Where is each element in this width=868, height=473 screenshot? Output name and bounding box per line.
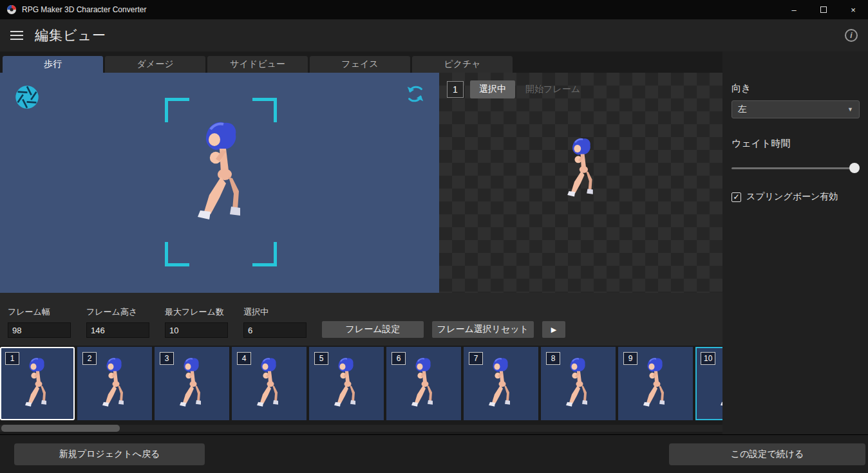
tab-picture[interactable]: ピクチャ (412, 56, 513, 73)
frame-controls: フレーム幅 フレーム高さ 最大フレーム数 選択中 フレーム設定 フレーム選択リセ… (0, 293, 722, 346)
character-sprite (485, 357, 517, 416)
close-button[interactable]: × (838, 0, 868, 19)
thumbnail-frame[interactable]: 9 (618, 347, 693, 420)
frame-badge: 9 (623, 352, 637, 365)
frame-badge: 3 (160, 352, 174, 365)
h-scrollbar (0, 422, 722, 434)
direction-value: 左 (738, 104, 747, 115)
frame-badge: 6 (392, 352, 406, 365)
springbone-label: スプリングボーン有効 (746, 191, 838, 203)
rotate-refresh-icon[interactable] (404, 83, 426, 105)
filmstrip: 1 2 3 4 5 6 7 (0, 346, 722, 422)
frame-badge: 7 (469, 352, 483, 365)
start-frame-label[interactable]: 開始フレーム (525, 84, 580, 95)
frame-badge: 4 (237, 352, 251, 365)
character-sprite (562, 357, 594, 416)
character-sprite (253, 357, 285, 416)
camera-aperture-icon[interactable] (14, 84, 40, 110)
tab-walk[interactable]: 歩行 (3, 56, 103, 73)
back-button[interactable]: 新規プロジェクトへ戻る (14, 443, 205, 465)
selected-frame-input[interactable] (243, 322, 307, 338)
character-sprite (330, 357, 363, 416)
frame-width-input[interactable] (8, 322, 71, 338)
chevron-down-icon: ▼ (847, 106, 853, 113)
scrollbar-track[interactable] (0, 425, 722, 432)
frame-badge: 1 (5, 352, 19, 365)
character-sprite (190, 119, 254, 237)
frame-badge: 5 (314, 352, 328, 365)
field-frame-height: フレーム高さ (86, 306, 149, 338)
tab-bar: 歩行 ダメージ サイドビュー フェイス ピクチャ (0, 51, 722, 73)
direction-label: 向き (731, 82, 860, 95)
springbone-row: ✓ スプリングボーン有効 (731, 191, 860, 203)
thumbnail-frame[interactable]: 2 (77, 347, 152, 420)
scrollbar-thumb[interactable] (1, 425, 120, 432)
frame-reset-button[interactable]: フレーム選択リセット (432, 321, 534, 338)
thumbnail-frame[interactable]: 1 (0, 347, 75, 420)
character-sprite (639, 357, 672, 416)
footer-bar: 新規プロジェクトへ戻る この設定で続ける (0, 434, 868, 473)
character-sprite (563, 136, 601, 208)
frame-height-input[interactable] (86, 322, 149, 338)
crop-corner-top-left[interactable] (165, 98, 189, 122)
page-title: 編集ビュー (35, 26, 106, 44)
thumbnail-frame[interactable]: 4 (232, 347, 307, 420)
crop-corner-bottom-left[interactable] (165, 242, 189, 266)
thumbnail-frame[interactable]: 3 (155, 347, 229, 420)
selected-frame-label: 選択中 (243, 306, 307, 318)
thumbnail-frame[interactable]: 8 (541, 347, 616, 420)
minimize-button[interactable]: – (779, 0, 809, 19)
field-selected-frame: 選択中 (243, 306, 307, 338)
preview-canvas[interactable] (0, 73, 439, 293)
slider-knob[interactable] (849, 163, 860, 173)
thumbnail-frame[interactable]: 6 (386, 347, 461, 420)
character-sprite (717, 357, 722, 416)
wait-time-label: ウェイト時間 (731, 138, 860, 150)
play-button[interactable]: ▶ (542, 321, 565, 338)
title-bar: RPG Maker 3D Character Converter – × (0, 0, 868, 19)
info-icon[interactable]: i (845, 29, 858, 42)
tab-sideview[interactable]: サイドビュー (207, 56, 308, 73)
frame-badge: 2 (82, 352, 97, 365)
character-sprite (176, 357, 208, 416)
max-frames-label: 最大フレーム数 (165, 306, 228, 318)
frame-canvas[interactable]: 1 選択中 開始フレーム (439, 73, 722, 293)
app-icon (6, 5, 17, 15)
springbone-checkbox[interactable]: ✓ (731, 192, 741, 202)
field-max-frames: 最大フレーム数 (165, 306, 228, 338)
character-sprite (21, 357, 53, 416)
wait-time-slider[interactable] (731, 163, 860, 173)
continue-button[interactable]: この設定で続ける (669, 443, 865, 465)
frame-badge: 8 (546, 352, 560, 365)
crop-corner-bottom-right[interactable] (252, 242, 277, 266)
frame-settings-button[interactable]: フレーム設定 (322, 321, 424, 338)
slider-track[interactable] (731, 167, 857, 169)
tab-damage[interactable]: ダメージ (105, 56, 205, 73)
frame-badge: 10 (701, 352, 715, 365)
header: 編集ビュー i (0, 19, 868, 51)
menu-icon[interactable] (10, 31, 23, 40)
field-frame-width: フレーム幅 (8, 306, 71, 338)
thumbnail-frame[interactable]: 10 (695, 347, 722, 420)
direction-select[interactable]: 左 ▼ (731, 100, 860, 118)
character-sprite (408, 357, 440, 416)
frame-number-badge: 1 (447, 81, 464, 98)
window-title: RPG Maker 3D Character Converter (22, 5, 146, 14)
frame-height-label: フレーム高さ (86, 306, 149, 318)
frame-width-label: フレーム幅 (8, 306, 71, 318)
thumbnail-frame[interactable]: 7 (464, 347, 538, 420)
selected-button[interactable]: 選択中 (470, 80, 515, 98)
thumbnail-frame[interactable]: 5 (309, 347, 384, 420)
character-sprite (99, 357, 131, 416)
settings-sidebar: 向き 左 ▼ ウェイト時間 ✓ スプリングボーン有効 (722, 51, 868, 434)
crop-corner-top-right[interactable] (252, 98, 277, 122)
tab-face[interactable]: フェイス (310, 56, 410, 73)
max-frames-input[interactable] (165, 322, 228, 338)
maximize-button[interactable] (809, 0, 838, 19)
